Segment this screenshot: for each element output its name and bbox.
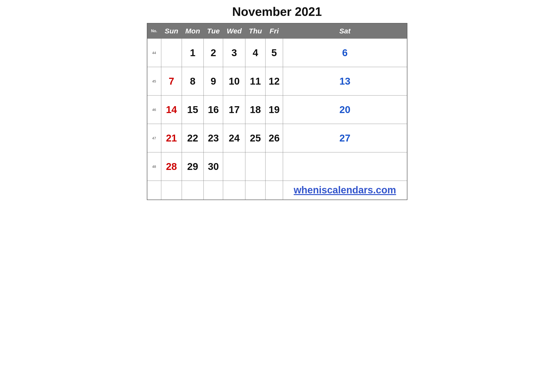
calendar-day: 14 <box>161 96 182 124</box>
calendar-day: 15 <box>182 96 204 124</box>
calendar-day <box>265 152 283 181</box>
calendar-day: 10 <box>223 67 245 96</box>
calendar-day <box>283 152 407 181</box>
week-number: 48 <box>147 152 161 181</box>
calendar-day: 4 <box>245 39 265 67</box>
calendar-container: November 2021 No. Sun Mon Tue Wed Thu Fr… <box>147 5 407 200</box>
header-tue: Tue <box>204 23 223 39</box>
calendar-day <box>223 152 245 181</box>
calendar-day: 19 <box>265 96 283 124</box>
calendar-day: 28 <box>161 152 182 181</box>
calendar-day: 23 <box>204 124 223 152</box>
calendar-title: November 2021 <box>147 5 407 19</box>
calendar-day: 25 <box>245 124 265 152</box>
calendar-day: 29 <box>182 152 204 181</box>
extra-empty-cell <box>182 181 204 200</box>
calendar-day: 27 <box>283 124 407 152</box>
week-number: 45 <box>147 67 161 96</box>
header-row: No. Sun Mon Tue Wed Thu Fri Sat <box>147 23 407 39</box>
watermark-link[interactable]: wheniscalendars.com <box>294 184 396 196</box>
calendar-day: 16 <box>204 96 223 124</box>
calendar-day: 17 <box>223 96 245 124</box>
calendar-day: 26 <box>265 124 283 152</box>
calendar-day: 8 <box>182 67 204 96</box>
calendar-week-row: 4721222324252627 <box>147 124 407 152</box>
calendar-day: 22 <box>182 124 204 152</box>
calendar-day: 2 <box>204 39 223 67</box>
extra-empty-cell <box>161 181 182 200</box>
extra-row: wheniscalendars.com <box>147 181 407 200</box>
header-no: No. <box>147 23 161 39</box>
calendar-day: 20 <box>283 96 407 124</box>
calendar-day <box>245 152 265 181</box>
calendar-day: 11 <box>245 67 265 96</box>
header-mon: Mon <box>182 23 204 39</box>
extra-week-cell <box>147 181 161 200</box>
calendar-week-row: 44123456 <box>147 39 407 67</box>
calendar-day: 13 <box>283 67 407 96</box>
extra-empty-cell <box>245 181 265 200</box>
header-sun: Sun <box>161 23 182 39</box>
calendar-week-row: 48282930 <box>147 152 407 181</box>
calendar-day: 9 <box>204 67 223 96</box>
calendar-table: No. Sun Mon Tue Wed Thu Fri Sat 44123456… <box>147 23 407 200</box>
calendar-week-row: 4578910111213 <box>147 67 407 96</box>
header-fri: Fri <box>265 23 283 39</box>
week-number: 47 <box>147 124 161 152</box>
calendar-day: 7 <box>161 67 182 96</box>
calendar-day <box>161 39 182 67</box>
calendar-day: 12 <box>265 67 283 96</box>
extra-empty-cell <box>204 181 223 200</box>
calendar-day: 5 <box>265 39 283 67</box>
header-sat: Sat <box>283 23 407 39</box>
extra-empty-cell <box>265 181 283 200</box>
extra-empty-cell <box>223 181 245 200</box>
header-wed: Wed <box>223 23 245 39</box>
calendar-day: 3 <box>223 39 245 67</box>
calendar-day: 1 <box>182 39 204 67</box>
watermark-cell[interactable]: wheniscalendars.com <box>283 181 407 200</box>
week-number: 44 <box>147 39 161 67</box>
calendar-day: 6 <box>283 39 407 67</box>
calendar-day: 24 <box>223 124 245 152</box>
header-thu: Thu <box>245 23 265 39</box>
calendar-day: 21 <box>161 124 182 152</box>
calendar-day: 18 <box>245 96 265 124</box>
calendar-week-row: 4614151617181920 <box>147 96 407 124</box>
calendar-day: 30 <box>204 152 223 181</box>
week-number: 46 <box>147 96 161 124</box>
